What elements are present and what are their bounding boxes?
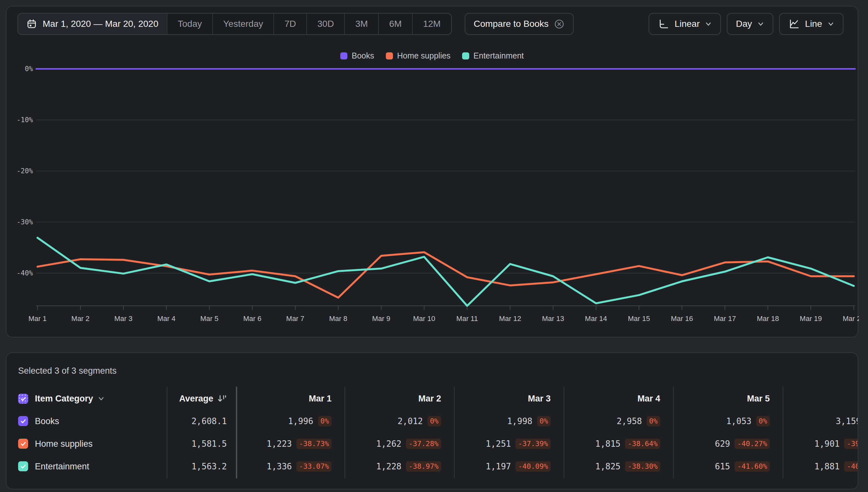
cell-value: 1,053 [726, 416, 751, 426]
day-cell: 1,197-40.09% [441, 455, 551, 478]
delta-badge: 0% [647, 416, 661, 426]
segments-table: Item Category Average Mar 1Mar 2Mar 3Mar… [6, 353, 858, 489]
preset-yesterday[interactable]: Yesterday [212, 14, 274, 34]
row-checkbox-entertainment[interactable] [18, 461, 28, 471]
select-all-checkbox[interactable] [18, 394, 28, 404]
granularity-label: Day [736, 19, 752, 29]
svg-text:Mar 6: Mar 6 [243, 315, 261, 323]
preset-6m[interactable]: 6M [378, 14, 412, 34]
category-column-header[interactable]: Item Category [35, 387, 105, 410]
average-column-header[interactable]: Average [130, 387, 227, 410]
preset-12m[interactable]: 12M [412, 14, 451, 34]
sort-descending-icon [217, 394, 227, 403]
day-cell: 1,901-39.00% [769, 433, 858, 455]
svg-text:-30%: -30% [17, 218, 33, 226]
svg-text:Mar 2: Mar 2 [71, 315, 90, 323]
svg-text:Mar 18: Mar 18 [757, 315, 779, 323]
day-cell: 1,336-33.07% [222, 455, 332, 478]
row-checkbox-books[interactable] [18, 416, 28, 426]
preset-30d[interactable]: 30D [306, 14, 344, 34]
cell-value: 1,223 [266, 439, 292, 449]
segments-table-panel: Selected 3 of 3 segments Item Category A… [6, 352, 858, 489]
scale-dropdown[interactable]: Linear [648, 13, 721, 35]
check-icon [20, 440, 27, 447]
average-cell: 1,563.2 [130, 455, 227, 478]
chevron-down-icon [98, 395, 105, 402]
delta-badge: -37.28% [406, 439, 441, 449]
day-column-header: Mar 4 [557, 387, 660, 410]
svg-text:Mar 10: Mar 10 [413, 315, 435, 323]
svg-text:Mar 15: Mar 15 [628, 315, 650, 323]
chevron-down-icon [827, 20, 834, 27]
chart-type-label: Line [805, 19, 822, 29]
day-cell: 1,825-38.30% [550, 455, 660, 478]
scale-label: Linear [674, 19, 700, 29]
chart-svg: 0%-10%-20%-30%-40%Mar 1Mar 2Mar 3Mar 4Ma… [6, 43, 859, 327]
svg-text:0%: 0% [25, 65, 33, 73]
day-cell: 1,262-37.28% [331, 433, 441, 455]
cell-value: 1,251 [486, 439, 511, 449]
row-checkbox-home-supplies[interactable] [18, 439, 28, 449]
delta-badge: -38.30% [625, 461, 660, 472]
svg-text:-20%: -20% [17, 167, 33, 175]
average-header-label: Average [179, 394, 213, 404]
cell-value: 3,159 [836, 416, 858, 426]
cell-value: 1,815 [595, 439, 620, 449]
cell-value: 615 [715, 462, 730, 471]
calendar-icon [26, 19, 37, 29]
day-cell: 2,0120% [331, 410, 441, 433]
preset-today[interactable]: Today [167, 14, 212, 34]
preset-group: TodayYesterday7D30D3M6M12M [167, 14, 451, 34]
chevron-down-icon [705, 20, 712, 27]
day-cell: 3,1590% [769, 410, 858, 433]
check-icon [20, 463, 27, 470]
date-range-group: Mar 1, 2020 — Mar 20, 2020 TodayYesterda… [18, 13, 452, 35]
delta-badge: -40.27% [735, 439, 770, 449]
day-cell: 2,9580% [550, 410, 660, 433]
delta-badge: -38.64% [625, 439, 660, 449]
cell-value: 1,262 [376, 439, 401, 449]
granularity-dropdown[interactable]: Day [727, 13, 773, 35]
delta-badge: -40.00% [844, 461, 858, 472]
cell-value: 2,958 [617, 416, 642, 426]
day-column-header: Mar 1 [228, 387, 332, 410]
svg-text:-10%: -10% [17, 116, 33, 124]
date-range-button[interactable]: Mar 1, 2020 — Mar 20, 2020 [18, 14, 167, 34]
cell-value: 629 [715, 439, 730, 449]
cell-value: 2,012 [398, 416, 423, 426]
svg-text:Mar 11: Mar 11 [456, 315, 478, 323]
delta-badge: -41.60% [735, 461, 770, 472]
chart-controls: Linear Day Line [648, 13, 843, 35]
delta-badge: -39.00% [844, 439, 858, 449]
day-column-header: Mar 3 [447, 387, 551, 410]
delta-badge: -38.73% [296, 439, 332, 449]
day-cell: 1,9960% [222, 410, 332, 433]
chart-type-dropdown[interactable]: Line [779, 13, 843, 35]
day-cell: 1,9980% [441, 410, 551, 433]
delta-badge: -40.09% [515, 461, 551, 472]
delta-badge: 0% [318, 416, 332, 426]
delta-badge: -33.07% [296, 461, 332, 472]
delta-badge: 0% [428, 416, 441, 426]
compare-button[interactable]: Compare to Books [465, 13, 573, 35]
preset-3m[interactable]: 3M [344, 14, 378, 34]
toolbar: Mar 1, 2020 — Mar 20, 2020 TodayYesterda… [18, 13, 573, 35]
line-chart-icon [788, 18, 800, 30]
day-cell: 615-41.60% [660, 455, 770, 478]
day-cell: 1,881-40.00% [769, 455, 858, 478]
cell-value: 1,901 [814, 439, 840, 449]
svg-text:Mar 3: Mar 3 [114, 315, 132, 323]
compare-label: Compare to Books [474, 19, 549, 29]
svg-text:Mar 5: Mar 5 [200, 315, 219, 323]
date-range-label: Mar 1, 2020 — Mar 20, 2020 [43, 19, 158, 29]
preset-7d[interactable]: 7D [273, 14, 306, 34]
cell-value: 1,996 [288, 416, 313, 426]
svg-text:Mar 7: Mar 7 [286, 315, 304, 323]
cell-value: 1,336 [266, 462, 292, 471]
remove-compare-icon[interactable] [554, 19, 565, 29]
day-cell: 1,223-38.73% [222, 433, 332, 455]
svg-text:Mar 13: Mar 13 [542, 315, 564, 323]
svg-text:Mar 4: Mar 4 [157, 315, 176, 323]
cell-value: 1,825 [595, 462, 620, 471]
svg-text:Mar 20: Mar 20 [843, 315, 859, 323]
